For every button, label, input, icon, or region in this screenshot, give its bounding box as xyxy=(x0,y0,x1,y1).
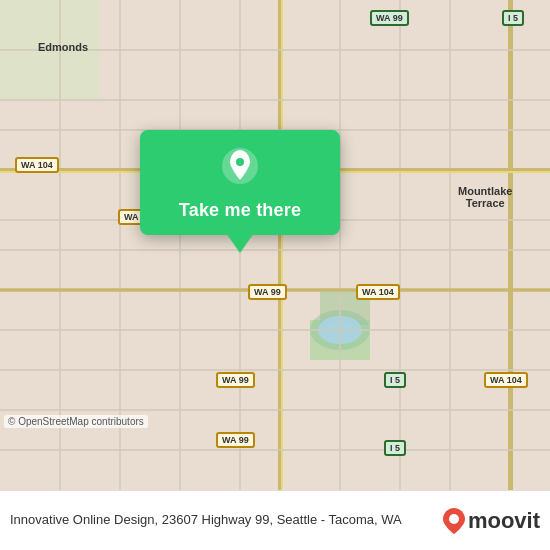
map-attribution: © OpenStreetMap contributors xyxy=(4,415,148,428)
road-badge-i5-bot2: I 5 xyxy=(384,440,406,456)
road-badge-wa99-top: WA 99 xyxy=(370,10,409,26)
tooltip-card[interactable]: Take me there xyxy=(140,130,340,235)
road-badge-wa99-mid2: WA 99 xyxy=(248,284,287,300)
svg-point-31 xyxy=(236,158,244,166)
road-badge-wa99-bot2: WA 99 xyxy=(216,432,255,448)
city-label-edmonds: Edmonds xyxy=(38,41,88,53)
road-badge-wa104-far-right: WA 104 xyxy=(484,372,528,388)
info-text: Innovative Online Design, 23607 Highway … xyxy=(10,511,443,529)
info-bar: Innovative Online Design, 23607 Highway … xyxy=(0,490,550,550)
road-badge-i5-bot: I 5 xyxy=(384,372,406,388)
moovit-logo: moovit xyxy=(443,508,540,534)
road-badge-wa104-right: WA 104 xyxy=(356,284,400,300)
moovit-pin-icon xyxy=(443,508,465,534)
road-badge-wa104-left: WA 104 xyxy=(15,157,59,173)
city-label-mountlake: MountlakeTerrace xyxy=(458,185,512,209)
svg-point-32 xyxy=(449,514,459,524)
map-container: Edmonds MountlakeTerrace WA 99 I 5 WA 10… xyxy=(0,0,550,490)
tooltip-label: Take me there xyxy=(179,200,301,221)
location-pin-icon xyxy=(218,146,262,190)
moovit-brand-text: moovit xyxy=(468,508,540,534)
road-badge-i5-top: I 5 xyxy=(502,10,524,26)
road-badge-wa99-bot: WA 99 xyxy=(216,372,255,388)
